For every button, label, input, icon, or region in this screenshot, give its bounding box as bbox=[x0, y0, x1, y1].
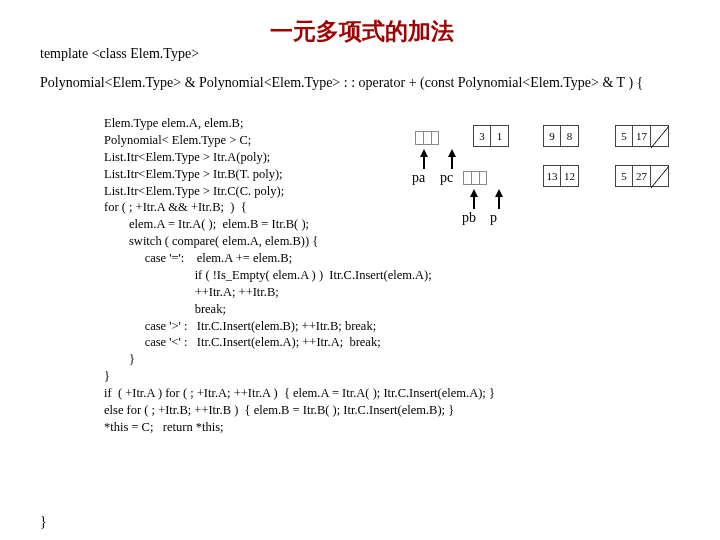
linked-list-diagram: 3 1 9 8 5 17 pa pc 13 12 5 27 pb p bbox=[415, 125, 705, 205]
arrow-up-icon bbox=[470, 189, 478, 197]
terminator-icon bbox=[651, 125, 669, 147]
coef-cell: 9 bbox=[543, 125, 561, 147]
coef-cell: 3 bbox=[473, 125, 491, 147]
arrow-up-icon bbox=[495, 189, 503, 197]
list-node: 3 1 bbox=[473, 125, 509, 147]
function-signature: Polynomial<Elem.Type> & Polynomial<Elem.… bbox=[40, 75, 680, 91]
closing-brace: } bbox=[40, 514, 47, 530]
list-node: 9 8 bbox=[543, 125, 579, 147]
head-node bbox=[463, 171, 487, 185]
page-title: 一元多项式的加法 bbox=[270, 16, 454, 47]
list-row-2: 13 12 5 27 pb p bbox=[415, 165, 705, 195]
head-node bbox=[415, 131, 439, 145]
coef-cell: 5 bbox=[615, 125, 633, 147]
terminator-icon bbox=[651, 165, 669, 187]
exp-cell: 8 bbox=[561, 125, 579, 147]
exp-cell: 17 bbox=[633, 125, 651, 147]
exp-cell: 27 bbox=[633, 165, 651, 187]
template-declaration: template <class Elem.Type> bbox=[40, 46, 199, 62]
svg-line-0 bbox=[651, 126, 669, 148]
pointer-label: pb bbox=[462, 210, 476, 226]
coef-cell: 5 bbox=[615, 165, 633, 187]
list-node: 13 12 bbox=[543, 165, 579, 187]
exp-cell: 1 bbox=[491, 125, 509, 147]
arrow-up-icon bbox=[448, 149, 456, 157]
exp-cell: 12 bbox=[561, 165, 579, 187]
list-node: 5 17 bbox=[615, 125, 669, 147]
svg-line-1 bbox=[651, 166, 669, 188]
pointer-label: p bbox=[490, 210, 497, 226]
coef-cell: 13 bbox=[543, 165, 561, 187]
list-row-1: 3 1 9 8 5 17 pa pc bbox=[415, 125, 705, 155]
arrow-up-icon bbox=[420, 149, 428, 157]
list-node: 5 27 bbox=[615, 165, 669, 187]
